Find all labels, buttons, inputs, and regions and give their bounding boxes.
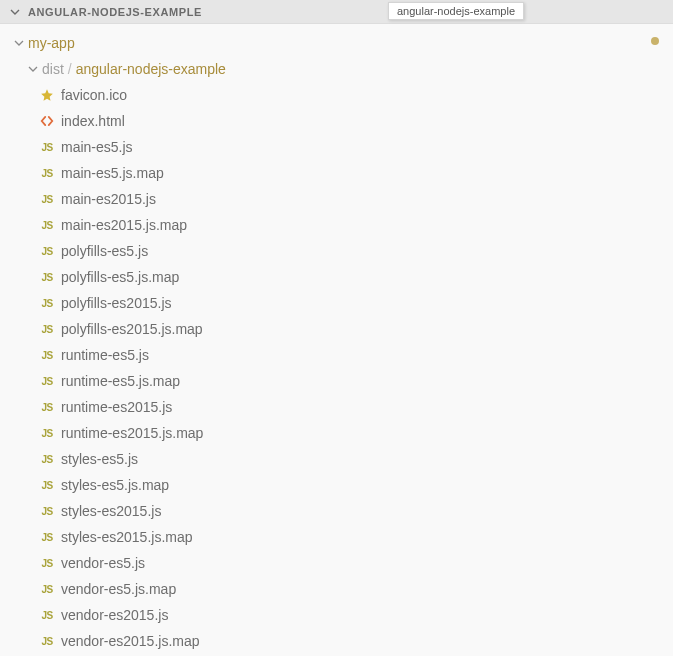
file-label: main-es5.js.map xyxy=(61,165,164,181)
file-item[interactable]: JSruntime-es2015.js xyxy=(0,394,673,420)
file-label: styles-es2015.js.map xyxy=(61,529,193,545)
file-label: polyfills-es2015.js xyxy=(61,295,172,311)
file-label: styles-es5.js xyxy=(61,451,138,467)
js-icon: JS xyxy=(38,142,56,153)
file-item[interactable]: favicon.ico xyxy=(0,82,673,108)
file-item[interactable]: JSpolyfills-es2015.js.map xyxy=(0,316,673,342)
tooltip-text: angular-nodejs-example xyxy=(397,5,515,17)
js-icon: JS xyxy=(38,584,56,595)
js-icon: JS xyxy=(38,324,56,335)
js-icon: JS xyxy=(38,558,56,569)
tooltip: angular-nodejs-example xyxy=(388,2,524,20)
file-item[interactable]: JSmain-es2015.js xyxy=(0,186,673,212)
file-item[interactable]: JSstyles-es5.js.map xyxy=(0,472,673,498)
file-item[interactable]: JSvendor-es5.js.map xyxy=(0,576,673,602)
file-label: vendor-es5.js xyxy=(61,555,145,571)
file-label: main-es2015.js xyxy=(61,191,156,207)
js-icon: JS xyxy=(38,220,56,231)
file-item[interactable]: JSvendor-es2015.js xyxy=(0,602,673,628)
file-label: polyfills-es2015.js.map xyxy=(61,321,203,337)
file-item[interactable]: JSpolyfills-es5.js xyxy=(0,238,673,264)
file-item[interactable]: JSpolyfills-es5.js.map xyxy=(0,264,673,290)
file-item[interactable]: JSvendor-es5.js xyxy=(0,550,673,576)
path-separator: / xyxy=(68,61,72,77)
js-icon: JS xyxy=(38,350,56,361)
file-label: favicon.ico xyxy=(61,87,127,103)
js-icon: JS xyxy=(38,402,56,413)
chevron-down-icon xyxy=(8,5,22,19)
chevron-down-icon xyxy=(26,62,40,76)
explorer-header: ANGULAR-NODEJS-EXAMPLE angular-nodejs-ex… xyxy=(0,0,673,24)
file-item[interactable]: JSmain-es5.js.map xyxy=(0,160,673,186)
file-item[interactable]: JSstyles-es2015.js.map xyxy=(0,524,673,550)
file-item[interactable]: JSstyles-es2015.js xyxy=(0,498,673,524)
file-label: index.html xyxy=(61,113,125,129)
js-icon: JS xyxy=(38,480,56,491)
file-label: vendor-es2015.js xyxy=(61,607,168,623)
file-item[interactable]: JSstyles-es5.js xyxy=(0,446,673,472)
file-item[interactable]: JSruntime-es5.js xyxy=(0,342,673,368)
html-icon xyxy=(38,114,56,128)
file-label: polyfills-es5.js.map xyxy=(61,269,179,285)
file-label: main-es2015.js.map xyxy=(61,217,187,233)
folder-label: angular-nodejs-example xyxy=(76,61,226,77)
folder-path-prefix: dist xyxy=(42,61,64,77)
file-item[interactable]: index.html xyxy=(0,108,673,134)
js-icon: JS xyxy=(38,376,56,387)
js-icon: JS xyxy=(38,454,56,465)
js-icon: JS xyxy=(38,532,56,543)
file-item[interactable]: JSruntime-es5.js.map xyxy=(0,368,673,394)
file-label: styles-es5.js.map xyxy=(61,477,169,493)
file-label: runtime-es5.js xyxy=(61,347,149,363)
file-item[interactable]: JSmain-es2015.js.map xyxy=(0,212,673,238)
js-icon: JS xyxy=(38,428,56,439)
file-tree: my-app dist / angular-nodejs-example fav… xyxy=(0,24,673,654)
file-label: styles-es2015.js xyxy=(61,503,161,519)
js-icon: JS xyxy=(38,298,56,309)
js-icon: JS xyxy=(38,168,56,179)
js-icon: JS xyxy=(38,636,56,647)
file-item[interactable]: JSruntime-es2015.js.map xyxy=(0,420,673,446)
file-label: runtime-es5.js.map xyxy=(61,373,180,389)
folder-label: my-app xyxy=(28,35,75,51)
star-icon xyxy=(38,88,56,102)
file-label: vendor-es5.js.map xyxy=(61,581,176,597)
file-label: polyfills-es5.js xyxy=(61,243,148,259)
folder-dist[interactable]: dist / angular-nodejs-example xyxy=(0,56,673,82)
js-icon: JS xyxy=(38,610,56,621)
project-title-text: ANGULAR-NODEJS-EXAMPLE xyxy=(28,6,202,18)
js-icon: JS xyxy=(38,194,56,205)
file-label: runtime-es2015.js xyxy=(61,399,172,415)
js-icon: JS xyxy=(38,246,56,257)
js-icon: JS xyxy=(38,272,56,283)
file-item[interactable]: JSvendor-es2015.js.map xyxy=(0,628,673,654)
chevron-down-icon xyxy=(12,36,26,50)
file-label: vendor-es2015.js.map xyxy=(61,633,200,649)
file-item[interactable]: JSmain-es5.js xyxy=(0,134,673,160)
js-icon: JS xyxy=(38,506,56,517)
file-item[interactable]: JSpolyfills-es2015.js xyxy=(0,290,673,316)
project-title[interactable]: ANGULAR-NODEJS-EXAMPLE xyxy=(8,5,202,19)
file-label: main-es5.js xyxy=(61,139,133,155)
file-label: runtime-es2015.js.map xyxy=(61,425,203,441)
folder-my-app[interactable]: my-app xyxy=(0,30,673,56)
modified-dot-icon xyxy=(651,37,659,45)
